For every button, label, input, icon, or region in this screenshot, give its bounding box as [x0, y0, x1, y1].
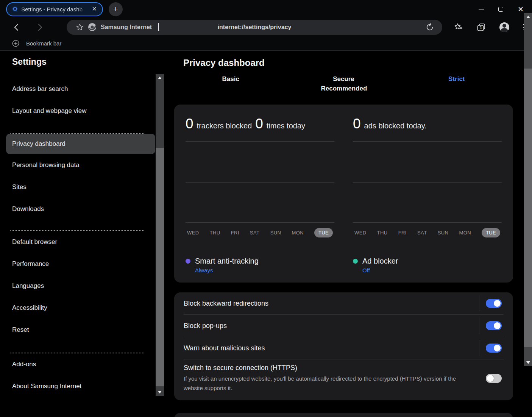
- tab-switcher-icon[interactable]: 1: [477, 23, 486, 32]
- trackers-headline: 0 trackers blocked 0 times today: [186, 116, 334, 133]
- sidebar-list: Address bar search Layout and webpage vi…: [12, 78, 164, 397]
- https-description: If you visit an unencrypted website, you…: [184, 374, 471, 393]
- privacy-dashboard-content: Privacy dashboard Basic Secure Recommend…: [164, 51, 532, 417]
- ads-chart: 0 ads blocked today. WED THU FRI SAT SUN…: [353, 105, 502, 283]
- next-settings-card-partial: [174, 413, 513, 417]
- nav-right-icons: 1: [454, 22, 530, 32]
- sidebar-item-reset[interactable]: Reset: [12, 319, 164, 341]
- sidebar-scrollbar-thumb[interactable]: [156, 148, 164, 386]
- scroll-down-icon[interactable]: [526, 361, 530, 364]
- ads-plot-area: [353, 141, 502, 223]
- settings-gear-icon: ⚙: [12, 6, 18, 12]
- settings-sidebar: Settings Address bar search Layout and w…: [0, 51, 164, 417]
- trackers-plot-area: [186, 141, 334, 223]
- sidebar-item-accessibility[interactable]: Accessibility: [12, 297, 164, 319]
- tab-secure-recommended[interactable]: Secure Recommended: [287, 74, 400, 93]
- browser-window: ⚙ Settings - Privacy dashb ✕ + ✕: [0, 0, 532, 417]
- teal-dot-icon: [353, 259, 358, 264]
- tab-strict[interactable]: Strict: [400, 74, 513, 93]
- sidebar-item-personal-browsing-data[interactable]: Personal browsing data: [12, 154, 164, 176]
- browser-chrome: ⚙ Settings - Privacy dashb ✕ + ✕: [0, 0, 532, 51]
- sidebar-item-downloads[interactable]: Downloads: [12, 198, 164, 220]
- privacy-toggles-card: Block backward redirections Block pop-up…: [174, 292, 513, 400]
- block-pop-ups-toggle[interactable]: [486, 321, 502, 330]
- window-minimize-button[interactable]: [479, 9, 484, 9]
- tab-basic[interactable]: Basic: [174, 74, 287, 93]
- window-close-button[interactable]: ✕: [518, 6, 524, 13]
- profile-avatar-icon[interactable]: [499, 22, 509, 32]
- ad-blocker-status[interactable]: Off: [362, 267, 398, 273]
- toggle-row-block-backward-redirections: Block backward redirections: [174, 292, 513, 314]
- window-maximize-button[interactable]: [498, 7, 503, 12]
- tab-count-label: 1: [478, 26, 484, 30]
- page-scrollbar[interactable]: [524, 13, 532, 366]
- favorite-star-icon[interactable]: [76, 23, 84, 31]
- add-bookmark-icon[interactable]: [12, 40, 19, 47]
- bookmark-bar-label[interactable]: Bookmark bar: [26, 40, 61, 47]
- navigation-bar: Samsung Internet internet://settings/pri…: [0, 18, 532, 36]
- bookmark-bar: Bookmark bar: [0, 36, 532, 51]
- sidebar-title: Settings: [12, 57, 164, 70]
- ads-headline: 0 ads blocked today.: [353, 116, 502, 133]
- sidebar-item-layout-and-webpage-view[interactable]: Layout and webpage view: [12, 100, 164, 122]
- tab-strip: ⚙ Settings - Privacy dashb ✕ + ✕: [0, 0, 532, 18]
- samsung-internet-logo-icon: [88, 23, 97, 31]
- sidebar-item-performance[interactable]: Performance: [12, 253, 164, 275]
- trackers-times-count: 0: [255, 116, 263, 132]
- browser-tab-settings[interactable]: ⚙ Settings - Privacy dashb ✕: [6, 2, 103, 16]
- trackers-chart: 0 trackers blocked 0 times today WED THU…: [186, 105, 334, 283]
- purple-dot-icon: [186, 259, 190, 264]
- sidebar-item-address-bar-search[interactable]: Address bar search: [12, 78, 164, 100]
- site-name-label: Samsung Internet: [101, 24, 152, 31]
- sidebar-item-about-samsung-internet[interactable]: About Samsung Internet: [12, 375, 164, 397]
- smart-anti-tracking-legend: Smart anti-tracking Always: [186, 256, 334, 273]
- address-bar[interactable]: Samsung Internet internet://settings/pri…: [67, 20, 442, 35]
- back-button[interactable]: [11, 23, 22, 31]
- page-title: Privacy dashboard: [183, 58, 532, 69]
- ad-blocker-legend: Ad blocker Off: [353, 256, 502, 273]
- scroll-down-icon[interactable]: [158, 391, 162, 394]
- refresh-icon[interactable]: [426, 23, 434, 31]
- ads-count: 0: [353, 116, 361, 132]
- scroll-up-icon[interactable]: [526, 16, 530, 18]
- toggle-row-block-pop-ups: Block pop-ups: [174, 315, 513, 337]
- text-caret: [158, 23, 159, 31]
- tab-close-icon[interactable]: ✕: [91, 5, 98, 13]
- smart-anti-tracking-status[interactable]: Always: [195, 267, 259, 273]
- bookmarks-list-icon[interactable]: [454, 22, 463, 32]
- selected-day-pill[interactable]: TUE: [482, 228, 500, 237]
- warn-about-malicious-sites-toggle[interactable]: [486, 344, 502, 353]
- block-backward-redirections-toggle[interactable]: [486, 299, 502, 308]
- sidebar-item-default-browser[interactable]: Default browser: [12, 231, 164, 253]
- sidebar-item-add-ons[interactable]: Add-ons: [12, 353, 164, 375]
- protection-level-tabs: Basic Secure Recommended Strict: [174, 74, 513, 93]
- forward-button[interactable]: [34, 23, 46, 31]
- scroll-up-icon[interactable]: [158, 77, 162, 79]
- sidebar-item-languages[interactable]: Languages: [12, 275, 164, 297]
- switch-to-https-toggle[interactable]: [486, 374, 502, 383]
- toggle-row-warn-malicious-sites: Warn about malicious sites: [174, 337, 513, 359]
- blocking-stats-card: 0 trackers blocked 0 times today WED THU…: [174, 105, 513, 283]
- settings-page: Settings Address bar search Layout and w…: [0, 51, 532, 417]
- sidebar-scrollbar[interactable]: [156, 74, 164, 396]
- selected-day-pill[interactable]: TUE: [314, 228, 333, 237]
- ads-day-axis: WED THU FRI SAT SUN MON TUE: [353, 228, 502, 238]
- trackers-day-axis: WED THU FRI SAT SUN MON TUE: [186, 228, 334, 238]
- address-bar-site: Samsung Internet: [76, 23, 159, 31]
- page-scrollbar-thumb[interactable]: [524, 69, 532, 347]
- sidebar-item-sites[interactable]: Sites: [12, 176, 164, 198]
- sidebar-item-privacy-dashboard[interactable]: Privacy dashboard: [6, 134, 155, 154]
- new-tab-button[interactable]: +: [109, 2, 123, 16]
- trackers-count: 0: [186, 116, 193, 132]
- window-controls: ✕: [479, 0, 524, 18]
- tab-title: Settings - Privacy dashb: [21, 6, 87, 12]
- toggle-row-switch-to-https: Switch to secure connection (HTTPS) If y…: [174, 359, 513, 398]
